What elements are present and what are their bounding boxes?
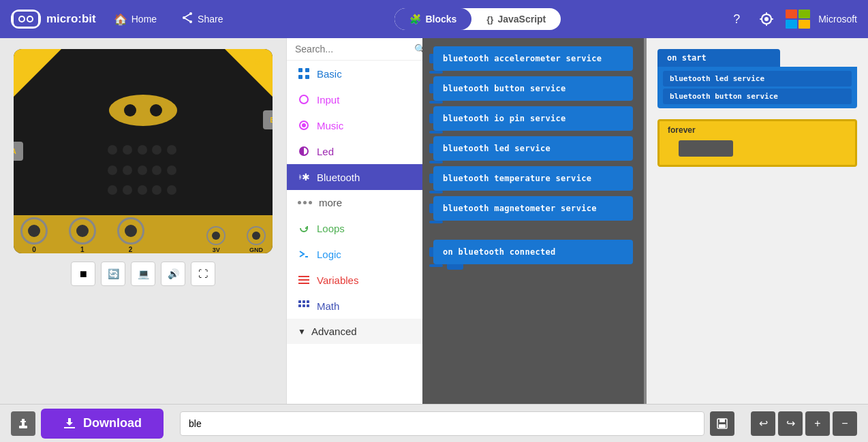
svg-rect-11 [305,68,309,72]
on-start-header: on start [657,49,780,67]
canvas-block-1[interactable]: bluetooth led service [663,71,852,86]
spacer [433,226,633,234]
pin-2[interactable] [117,217,144,244]
javascript-mode-button[interactable]: {} JavaScript [471,8,561,30]
svg-rect-19 [307,300,309,303]
block-bluetooth-temperature[interactable]: bluetooth temperature service [433,166,633,191]
logo[interactable]: micro:bit [11,10,96,29]
block-label: bluetooth led service [443,144,551,153]
canvas-panel: on start bluetooth led service bluetooth… [647,38,868,404]
block-bluetooth-magnetometer[interactable]: bluetooth magnetometer service [433,196,633,221]
led-dot [123,145,132,155]
category-bluetooth[interactable]: ✱ Bluetooth [287,164,422,190]
undo-button[interactable]: ↩ [751,411,775,436]
block-label: bluetooth temperature service [443,174,591,183]
fullscreen-button[interactable]: ⛶ [191,262,215,286]
pin-3v[interactable] [206,226,226,245]
category-advanced[interactable]: ▼ Advanced [287,319,422,344]
oval-eyes [124,104,162,116]
svg-rect-22 [307,304,309,307]
on-start-label: on start [667,53,707,63]
svg-line-8 [184,14,191,18]
button-b[interactable]: B [263,110,273,129]
home-nav-item[interactable]: 🏠 Home [107,9,164,30]
pin-2-label: 2 [129,246,133,253]
led-dot [152,185,161,195]
pin-1-label: 1 [80,246,84,253]
button-a[interactable]: A [14,142,23,161]
microsoft-label: Microsoft [818,14,857,25]
bluetooth-label: Bluetooth [317,172,360,183]
canvas-block-2[interactable]: bluetooth button service [663,89,852,104]
led-dot [167,185,176,195]
block-bluetooth-button[interactable]: bluetooth button service [433,76,633,101]
svg-rect-12 [298,75,303,79]
math-label: Math [317,300,339,312]
svg-line-9 [184,18,191,22]
canvas-block-1-label: bluetooth led service [670,74,764,83]
restart-button[interactable]: 🔄 [101,262,125,286]
settings-button[interactable] [756,8,777,30]
save-icon [716,417,728,430]
block-on-bluetooth-connected[interactable]: on bluetooth connected [433,240,633,264]
category-logic[interactable]: Logic [287,241,422,267]
pin-3v-group: 3V [206,226,226,253]
bottom-bar: Download ↩ ↪ + − [0,404,868,442]
category-basic[interactable]: Basic [287,61,422,86]
variables-icon [298,274,310,286]
category-more[interactable]: more [287,190,422,215]
simulator-button[interactable]: 💻 [131,262,155,286]
category-variables[interactable]: Variables [287,267,422,293]
zoom-out-button[interactable]: − [833,411,857,436]
search-bar: 🔍 [287,38,422,61]
redo-button[interactable]: ↪ [778,411,803,436]
blocks-mode-button[interactable]: 🧩 Blocks [394,8,471,30]
forever-block: forever [657,119,857,167]
js-icon: {} [486,14,493,25]
led-dot [123,165,132,175]
logo-icon [11,10,41,29]
more-label: more [319,197,342,208]
svg-rect-10 [298,68,303,72]
led-label: Led [317,146,334,157]
category-music[interactable]: Music [287,112,422,138]
search-icon[interactable]: 🔍 [414,44,422,54]
svg-point-4 [28,17,32,21]
svg-rect-21 [303,304,305,307]
sound-button[interactable]: 🔊 [161,262,185,286]
block-bluetooth-io-pin[interactable]: bluetooth io pin service [433,106,633,131]
category-led[interactable]: Led [287,138,422,164]
blocks-panel: bluetooth accelerometer service bluetoot… [422,38,644,404]
pin-0[interactable] [20,217,48,244]
logic-label: Logic [317,249,341,260]
download-icon [63,417,76,430]
stop-button[interactable]: ⏹ [71,262,95,286]
category-loops[interactable]: Loops [287,215,422,241]
svg-rect-29 [719,424,726,428]
help-button[interactable]: ? [726,8,747,30]
advanced-label: Advanced [311,326,357,337]
block-bluetooth-led[interactable]: bluetooth led service [433,136,633,161]
pin-1[interactable] [69,217,96,244]
category-input[interactable]: Input [287,86,422,112]
download-button[interactable]: Download [41,409,164,439]
share-icon [181,12,193,27]
usb-button[interactable] [11,411,35,436]
on-start-body: bluetooth led service bluetooth button s… [657,67,857,108]
led-matrix [102,140,184,208]
zoom-in-button[interactable]: + [805,411,830,436]
block-bluetooth-accelerometer[interactable]: bluetooth accelerometer service [433,46,633,71]
category-math[interactable]: Math [287,293,422,319]
led-dot [152,165,161,175]
share-nav-item[interactable]: Share [174,7,230,31]
small-pins [165,237,185,253]
filename-save-button[interactable] [710,411,734,436]
pin-gnd[interactable] [247,226,266,245]
led-dot [123,185,132,195]
svg-rect-26 [64,427,75,428]
filename-input[interactable] [180,411,704,436]
logo-text: micro:bit [46,12,96,26]
led-dot [108,165,117,175]
pin-gnd-label: GND [249,247,263,253]
search-input[interactable] [295,44,414,54]
